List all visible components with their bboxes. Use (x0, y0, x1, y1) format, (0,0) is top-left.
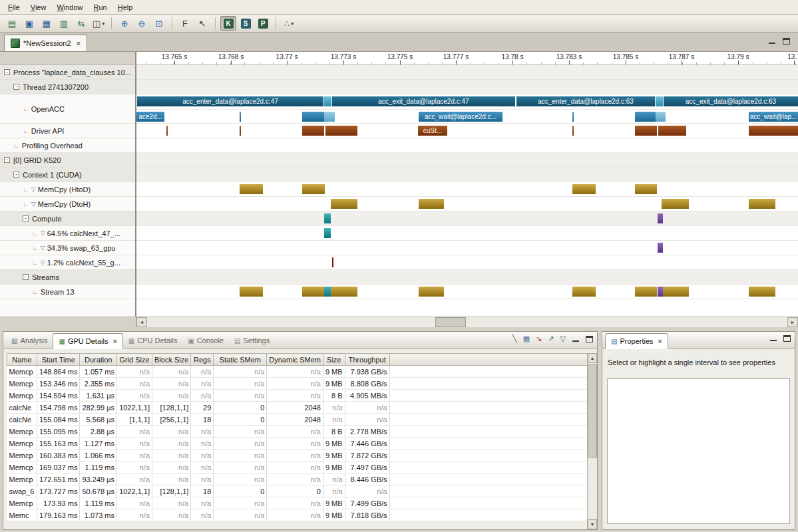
session-tab[interactable]: *NewSession2 × (4, 35, 87, 51)
tree-row-streams[interactable]: -Streams (0, 270, 135, 285)
timeline-interval-acc-wait-laplace2d-c[interactable]: acc_wait@laplace2d.c... (419, 112, 502, 122)
tree-row-compute[interactable]: -Compute (0, 211, 135, 226)
screenshot-icon[interactable]: ◫▾ (91, 16, 106, 31)
timeline-interval[interactable] (324, 228, 331, 238)
timeline-interval[interactable] (749, 287, 775, 297)
properties-tab[interactable]: ▤ Properties × (605, 333, 668, 349)
tab-console[interactable]: ▣Console (182, 332, 229, 348)
analysis-menu-icon[interactable]: ∴▾ (281, 16, 297, 31)
hscroll-track[interactable] (147, 317, 787, 327)
expander-icon[interactable]: - (4, 157, 10, 163)
scroll-left-button[interactable]: ◄ (136, 317, 147, 327)
timeline-interval-ace2d[interactable]: ace2d... (136, 112, 164, 122)
close-tab-icon[interactable]: × (112, 337, 116, 345)
zoom-out-icon[interactable]: ⊖ (134, 16, 150, 31)
timeline-interval[interactable] (324, 287, 331, 297)
new-session-icon[interactable]: ▤ (4, 16, 20, 31)
scroll-right-button[interactable]: ► (787, 317, 798, 327)
timeline-interval[interactable] (635, 112, 656, 122)
maximize-details-icon[interactable] (586, 336, 593, 342)
vscroll-thumb[interactable] (588, 364, 597, 458)
timeline-interval-cust[interactable]: cuSt... (418, 126, 447, 136)
timeline-lane-openacc[interactable]: acc_enter_data@laplace2d.c:47acc_exit_da… (136, 94, 798, 124)
timeline-interval[interactable] (302, 287, 324, 297)
table-row[interactable]: calcNe155.084 ms5.568 µs[1,1,1][256,1,1]… (7, 414, 597, 426)
menu-help[interactable]: Help (112, 1, 138, 13)
expander-icon[interactable]: - (13, 84, 19, 90)
export-details-icon[interactable]: ↗ (548, 335, 554, 342)
tab-gpu-details[interactable]: ▦GPU Details× (53, 333, 122, 349)
timeline-interval[interactable] (302, 184, 325, 194)
view-menu-icon[interactable]: ▽ (560, 335, 566, 342)
timeline-lane-memcpy-htod[interactable] (136, 182, 798, 197)
save-session-icon[interactable]: ▦ (39, 16, 55, 31)
vscroll-track[interactable] (588, 363, 597, 519)
timeline-interval[interactable] (662, 199, 689, 209)
menu-file[interactable]: File (3, 1, 25, 13)
timeline-interval[interactable] (663, 287, 689, 297)
tree-row-memcpy-dtoh[interactable]: ∟▽MemCpy (DtoH) (0, 197, 135, 211)
tree-row-stream-13[interactable]: ∟Stream 13 (0, 285, 135, 299)
timeline-interval-acc-enter-data-laplace2d-c-63[interactable]: acc_enter_data@laplace2d.c:63 (516, 96, 655, 106)
timeline-interval[interactable] (572, 112, 574, 122)
timeline-lane-34-3-swap-63-gpu[interactable] (136, 241, 798, 255)
timeline-lane-streams[interactable] (136, 270, 798, 285)
kernel-timeline-toggle-icon[interactable]: K (220, 16, 236, 31)
maximize-editor-icon[interactable] (783, 38, 790, 45)
timeline-interval[interactable] (166, 126, 168, 136)
timeline-lane-stream-13[interactable] (136, 285, 798, 299)
table-row[interactable]: Memc179.163 ms1.073 msn/an/an/an/an/a9 M… (7, 509, 597, 521)
tree-row-34-3-swap-63-gpu[interactable]: ∟▽34.3% swap_63_gpu (0, 241, 135, 255)
timeline-interval[interactable] (419, 199, 444, 209)
scroll-down-button[interactable]: ▼ (588, 519, 597, 529)
menu-run[interactable]: Run (89, 1, 112, 13)
menu-view[interactable]: View (25, 1, 52, 13)
focus-timeline-icon[interactable]: ↘ (536, 335, 542, 342)
timeline-interval-acc-wait-lap[interactable]: acc_wait@lap... (749, 112, 798, 122)
tree-row-openacc[interactable]: ∟OpenACC (0, 94, 135, 124)
timeline-lane-profiling-overhead[interactable] (136, 138, 798, 153)
table-row[interactable]: Memcp169.037 ms1.119 msn/an/an/an/an/a9 … (7, 462, 597, 473)
select-interval-icon[interactable]: ↖ (194, 16, 210, 31)
timeline-lane-thread-2741307200[interactable] (136, 80, 798, 94)
tab-cpu-details[interactable]: ▦CPU Details (123, 332, 182, 348)
timeline-interval[interactable] (749, 199, 775, 209)
timeline-interval[interactable] (240, 112, 241, 122)
timeline-interval[interactable] (240, 126, 241, 136)
timeline-interval[interactable] (419, 287, 444, 297)
mark-mode-icon[interactable]: ╲ (512, 335, 517, 342)
timeline-interval[interactable] (656, 96, 663, 106)
timeline-lane-driver-api[interactable]: cuSt... (136, 124, 798, 138)
timeline-lane-process-laplace-data-clauses-10[interactable] (136, 65, 798, 80)
table-row[interactable]: calcNe154.798 ms282.99 µs1022,1,1][128,1… (7, 402, 597, 414)
maximize-properties-icon[interactable] (783, 335, 791, 342)
stream-timeline-toggle-icon[interactable]: S (238, 16, 254, 31)
timeline-interval[interactable] (332, 257, 333, 267)
columns-icon[interactable]: ▦ (523, 335, 530, 342)
goto-marker-icon[interactable]: F (177, 16, 193, 31)
expander-icon[interactable]: - (4, 69, 10, 75)
timeline-interval[interactable] (324, 213, 331, 223)
timeline-interval[interactable] (658, 243, 663, 253)
minimize-properties-icon[interactable] (769, 335, 777, 342)
timeline-interval[interactable] (331, 287, 357, 297)
tree-row-driver-api[interactable]: ∟Driver API (0, 124, 135, 138)
timeline-ruler[interactable]: 13.765 s13.768 s13.77 s13.773 s13.775 s1… (136, 52, 798, 65)
expander-icon[interactable]: - (13, 172, 19, 178)
zoom-in-icon[interactable]: ⊕ (116, 16, 132, 31)
tree-row-64-5-calcnext-47[interactable]: ∟▽64.5% calcNext_47_... (0, 226, 135, 241)
timeline-lane-64-5-calcnext-47[interactable] (136, 226, 798, 241)
timeline-lane-compute[interactable] (136, 211, 798, 226)
timeline-lane-context-1-cuda[interactable] (136, 168, 798, 182)
timeline-interval[interactable] (572, 184, 596, 194)
timeline-interval[interactable] (331, 199, 357, 209)
tree-row-process-laplace-data-clauses-10[interactable]: -Process "laplace_data_clauses 10... (0, 65, 135, 80)
table-row[interactable]: Memcp154.594 ms1.631 µsn/an/an/an/an/a8 … (7, 390, 597, 402)
table-row[interactable]: Memcp148.864 ms1.057 msn/an/an/an/an/a9 … (7, 366, 597, 378)
expander-icon[interactable]: - (23, 274, 29, 280)
timeline-interval[interactable] (749, 126, 798, 136)
tree-row-memcpy-htod[interactable]: ∟▽MemCpy (HtoD) (0, 182, 135, 197)
timeline-interval-acc-exit-data-laplace2d-c-63[interactable]: acc_exit_data@laplace2d.c:63 (664, 96, 798, 106)
timeline-interval-acc-enter-data-laplace2d-c-47[interactable]: acc_enter_data@laplace2d.c:47 (137, 96, 323, 106)
timeline-interval[interactable] (240, 287, 263, 297)
